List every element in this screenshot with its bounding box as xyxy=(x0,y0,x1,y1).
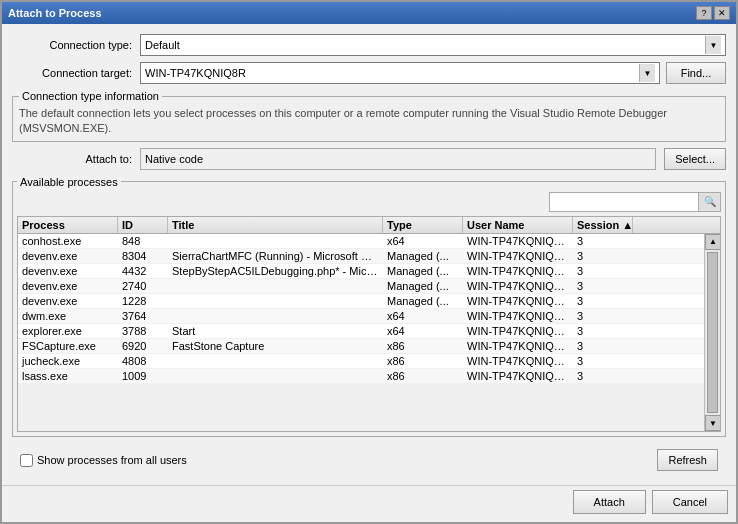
title-bar: Attach to Process ? ✕ xyxy=(2,2,736,24)
table-header: Process ID Title Type User Name Session … xyxy=(18,217,720,234)
col-header-user[interactable]: User Name xyxy=(463,217,573,233)
cell-id: 3764 xyxy=(118,309,168,323)
scrollbar[interactable]: ▲ ▼ xyxy=(704,234,720,431)
connection-type-control: Default ▼ xyxy=(140,34,726,56)
scroll-up-button[interactable]: ▲ xyxy=(705,234,720,250)
cell-id: 3788 xyxy=(118,324,168,338)
search-button[interactable]: 🔍 xyxy=(699,192,721,212)
scroll-thumb[interactable] xyxy=(707,252,718,413)
title-bar-buttons: ? ✕ xyxy=(696,6,730,20)
cell-type: Managed (... xyxy=(383,294,463,308)
cell-process: explorer.exe xyxy=(18,324,118,338)
show-all-users-checkbox[interactable] xyxy=(20,454,33,467)
cell-process: dwm.exe xyxy=(18,309,118,323)
cancel-button[interactable]: Cancel xyxy=(652,490,728,514)
attach-to-process-dialog: Attach to Process ? ✕ Connection type: D… xyxy=(0,0,738,524)
cell-process: conhost.exe xyxy=(18,234,118,248)
table-row[interactable]: devenv.exe 1228 Managed (... WIN-TP47KQN… xyxy=(18,294,704,309)
col-header-type[interactable]: Type xyxy=(383,217,463,233)
cell-type: x64 xyxy=(383,324,463,338)
cell-user: WIN-TP47KQNIQ8... xyxy=(463,324,573,338)
cell-user: WIN-TP47KQNIQ8... xyxy=(463,294,573,308)
cell-title xyxy=(168,279,383,293)
search-input[interactable] xyxy=(549,192,699,212)
cell-session: 3 xyxy=(573,294,633,308)
connection-target-arrow[interactable]: ▼ xyxy=(639,64,655,82)
cell-type: x86 xyxy=(383,354,463,368)
cell-title xyxy=(168,369,383,383)
select-button[interactable]: Select... xyxy=(664,148,726,170)
table-row[interactable]: devenv.exe 2740 Managed (... WIN-TP47KQN… xyxy=(18,279,704,294)
col-header-id[interactable]: ID xyxy=(118,217,168,233)
connection-type-arrow[interactable]: ▼ xyxy=(705,36,721,54)
table-body[interactable]: conhost.exe 848 x64 WIN-TP47KQNIQ8... 3 … xyxy=(18,234,704,431)
cell-id: 6920 xyxy=(118,339,168,353)
cell-session: 3 xyxy=(573,309,633,323)
cell-title xyxy=(168,234,383,248)
cell-session: 3 xyxy=(573,279,633,293)
cell-id: 4432 xyxy=(118,264,168,278)
info-text: The default connection lets you select p… xyxy=(19,106,719,137)
connection-type-value: Default xyxy=(145,39,705,51)
col-header-title[interactable]: Title xyxy=(168,217,383,233)
cell-title: FastStone Capture xyxy=(168,339,383,353)
table-row[interactable]: dwm.exe 3764 x64 WIN-TP47KQNIQ8... 3 xyxy=(18,309,704,324)
connection-target-control: WIN-TP47KQNIQ8R ▼ Find... xyxy=(140,62,726,84)
cell-user: WIN-TP47KQNIQ8... xyxy=(463,279,573,293)
table-row[interactable]: lsass.exe 1009 x86 WIN-TP47KQNIQ8... 3 xyxy=(18,369,704,384)
processes-group-title: Available processes xyxy=(17,176,121,188)
connection-target-value: WIN-TP47KQNIQ8R xyxy=(145,67,639,79)
connection-target-label: Connection target: xyxy=(12,67,132,79)
col-header-process[interactable]: Process xyxy=(18,217,118,233)
help-button[interactable]: ? xyxy=(696,6,712,20)
table-row[interactable]: jucheck.exe 4808 x86 WIN-TP47KQNIQ8... 3 xyxy=(18,354,704,369)
cell-session: 3 xyxy=(573,249,633,263)
table-row[interactable]: conhost.exe 848 x64 WIN-TP47KQNIQ8... 3 xyxy=(18,234,704,249)
table-row[interactable]: explorer.exe 3788 Start x64 WIN-TP47KQNI… xyxy=(18,324,704,339)
table-row[interactable]: FSCapture.exe 6920 FastStone Capture x86… xyxy=(18,339,704,354)
table-row[interactable]: devenv.exe 4432 StepByStepAC5ILDebugging… xyxy=(18,264,704,279)
cell-id: 1009 xyxy=(118,369,168,383)
attach-to-value: Native code xyxy=(140,148,656,170)
attach-button[interactable]: Attach xyxy=(573,490,646,514)
cell-session: 3 xyxy=(573,339,633,353)
cell-id: 4808 xyxy=(118,354,168,368)
cell-id: 2740 xyxy=(118,279,168,293)
cell-type: x86 xyxy=(383,339,463,353)
find-button[interactable]: Find... xyxy=(666,62,726,84)
bottom-bar: Show processes from all users Refresh xyxy=(12,443,726,475)
cell-title: StepByStepAC5ILDebugging.php* - Microso.… xyxy=(168,264,383,278)
cell-user: WIN-TP47KQNIQ8... xyxy=(463,234,573,248)
cell-title: SierraChartMFC (Running) - Microsoft Vis… xyxy=(168,249,383,263)
cell-type: x86 xyxy=(383,369,463,383)
cell-id: 8304 xyxy=(118,249,168,263)
connection-type-row: Connection type: Default ▼ xyxy=(12,34,726,56)
cell-process: devenv.exe xyxy=(18,264,118,278)
cell-title: Start xyxy=(168,324,383,338)
show-all-users-label: Show processes from all users xyxy=(37,454,187,466)
cell-id: 848 xyxy=(118,234,168,248)
cell-title xyxy=(168,354,383,368)
connection-target-combo[interactable]: WIN-TP47KQNIQ8R ▼ xyxy=(140,62,660,84)
dialog-body: Connection type: Default ▼ Connection ta… xyxy=(2,24,736,485)
cell-user: WIN-TP47KQNIQ8... xyxy=(463,309,573,323)
close-button[interactable]: ✕ xyxy=(714,6,730,20)
cell-process: jucheck.exe xyxy=(18,354,118,368)
col-header-session[interactable]: Session ▲ xyxy=(573,217,633,233)
connection-target-row: Connection target: WIN-TP47KQNIQ8R ▼ Fin… xyxy=(12,62,726,84)
cell-user: WIN-TP47KQNIQ8... xyxy=(463,354,573,368)
cell-title xyxy=(168,309,383,323)
cell-title xyxy=(168,294,383,308)
connection-type-combo[interactable]: Default ▼ xyxy=(140,34,726,56)
cell-user: WIN-TP47KQNIQ8... xyxy=(463,369,573,383)
table-row[interactable]: devenv.exe 8304 SierraChartMFC (Running)… xyxy=(18,249,704,264)
scroll-down-button[interactable]: ▼ xyxy=(705,415,720,431)
cell-session: 3 xyxy=(573,234,633,248)
cell-session: 3 xyxy=(573,354,633,368)
connection-info-group: Connection type information The default … xyxy=(12,90,726,142)
cell-user: WIN-TP47KQNIQ8... xyxy=(463,339,573,353)
refresh-button[interactable]: Refresh xyxy=(657,449,718,471)
cell-type: x64 xyxy=(383,234,463,248)
cell-id: 1228 xyxy=(118,294,168,308)
dialog-title: Attach to Process xyxy=(8,7,102,19)
